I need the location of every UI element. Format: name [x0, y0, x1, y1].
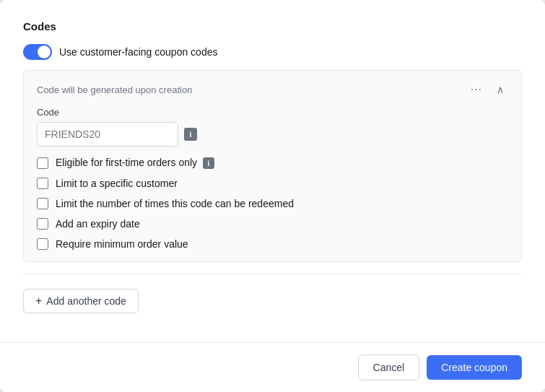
collapse-button[interactable]: ∧	[492, 82, 508, 97]
checkbox-limit-redemptions-label: Limit the number of times this code can …	[56, 198, 294, 209]
checkbox-specific-customer-input[interactable]	[37, 178, 48, 189]
divider	[23, 274, 522, 274]
checkbox-limit-redemptions-input[interactable]	[37, 198, 48, 209]
more-options-button[interactable]: ···	[466, 82, 487, 97]
code-section-header: Code will be generated upon creation ···…	[37, 82, 508, 97]
code-info-icon[interactable]: i	[184, 128, 197, 141]
toggle-row: Use customer-facing coupon codes	[23, 44, 522, 60]
add-another-label: Add another code	[46, 295, 126, 307]
toggle-track	[23, 44, 52, 60]
plus-icon: +	[35, 295, 42, 307]
code-generation-text: Code will be generated upon creation	[37, 84, 192, 95]
checkbox-expiry-date[interactable]: Add an expiry date	[37, 218, 508, 230]
code-field-section: Code i	[37, 107, 508, 147]
checkbox-list: Eligible for first-time orders only i Li…	[37, 157, 508, 250]
checkbox-first-time-input[interactable]	[37, 157, 48, 169]
create-coupon-button[interactable]: Create coupon	[427, 355, 522, 380]
code-input[interactable]	[37, 122, 178, 147]
checkbox-specific-customer[interactable]: Limit to a specific customer	[37, 178, 508, 189]
modal-footer: Cancel Create coupon	[0, 342, 545, 392]
toggle-thumb	[38, 45, 51, 58]
add-another-button[interactable]: + Add another code	[23, 289, 139, 313]
first-time-info-icon[interactable]: i	[203, 157, 214, 169]
checkbox-expiry-date-input[interactable]	[37, 218, 48, 230]
checkbox-first-time[interactable]: Eligible for first-time orders only i	[37, 157, 508, 169]
checkbox-expiry-date-label: Add an expiry date	[56, 218, 140, 230]
checkbox-specific-customer-label: Limit to a specific customer	[56, 178, 178, 189]
checkbox-min-order[interactable]: Require minimum order value	[37, 238, 508, 250]
cancel-button[interactable]: Cancel	[358, 354, 420, 380]
checkbox-min-order-label: Require minimum order value	[56, 238, 188, 250]
checkbox-min-order-input[interactable]	[37, 238, 48, 250]
header-actions: ··· ∧	[466, 82, 508, 97]
section-title: Codes	[23, 20, 522, 32]
chevron-up-icon: ∧	[497, 84, 504, 95]
modal: Codes Use customer-facing coupon codes C…	[0, 0, 545, 392]
code-input-row: i	[37, 122, 508, 147]
toggle-label: Use customer-facing coupon codes	[59, 46, 217, 58]
code-section: Code will be generated upon creation ···…	[23, 70, 522, 262]
code-field-label: Code	[37, 107, 508, 118]
modal-body: Codes Use customer-facing coupon codes C…	[0, 0, 545, 342]
coupon-codes-toggle[interactable]	[23, 44, 52, 60]
checkbox-limit-redemptions[interactable]: Limit the number of times this code can …	[37, 198, 508, 209]
checkbox-first-time-label: Eligible for first-time orders only i	[56, 157, 214, 169]
